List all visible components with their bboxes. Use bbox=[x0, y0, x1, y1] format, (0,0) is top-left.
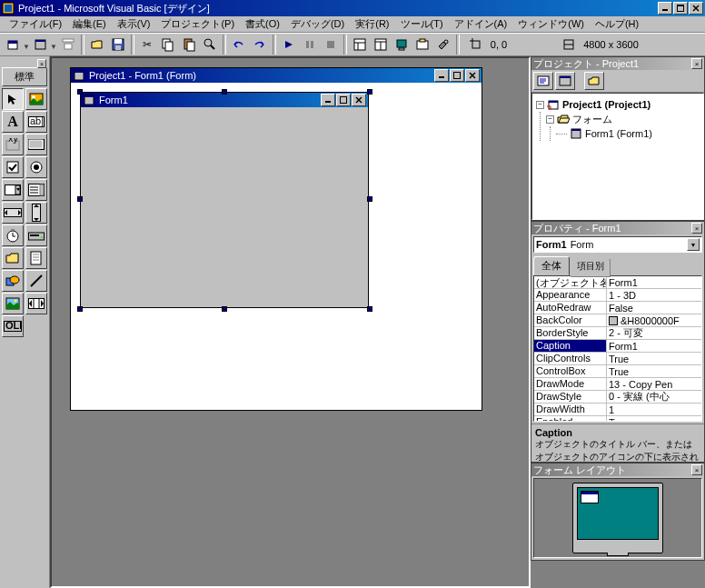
property-value[interactable]: 1 - 3D bbox=[607, 289, 701, 301]
pointer-tool[interactable] bbox=[2, 88, 24, 110]
checkbox-tool[interactable] bbox=[2, 156, 24, 178]
menu-project[interactable]: プロジェクト(P) bbox=[155, 15, 240, 33]
textbox-tool[interactable]: ab| bbox=[25, 111, 47, 133]
maximize-button[interactable] bbox=[673, 2, 688, 15]
frame-tool[interactable]: xy bbox=[2, 134, 24, 155]
open-button[interactable] bbox=[87, 35, 107, 55]
shape-tool[interactable] bbox=[2, 270, 24, 292]
dropdown-icon[interactable]: ▼ bbox=[23, 43, 30, 51]
drivelistbox-tool[interactable] bbox=[25, 224, 47, 246]
form-designer[interactable]: Form1 bbox=[80, 92, 369, 308]
resize-handle-ne[interactable] bbox=[367, 89, 372, 95]
designer-minimize-button[interactable] bbox=[434, 69, 449, 82]
redo-button[interactable] bbox=[250, 35, 270, 55]
toolbox-button[interactable] bbox=[433, 35, 453, 55]
property-row[interactable]: BorderStyle2 - 可変 bbox=[534, 327, 701, 340]
close-button[interactable] bbox=[689, 2, 703, 15]
commandbutton-tool[interactable] bbox=[25, 134, 47, 155]
start-button[interactable] bbox=[279, 35, 299, 55]
form-layout-close-button[interactable]: × bbox=[691, 464, 702, 475]
property-row[interactable]: CaptionForm1 bbox=[534, 340, 701, 353]
menu-run[interactable]: 実行(R) bbox=[350, 15, 394, 33]
property-value[interactable]: 13 - Copy Pen bbox=[607, 378, 701, 390]
data-tool[interactable] bbox=[25, 293, 47, 314]
designer-close-button[interactable] bbox=[465, 69, 480, 82]
property-row[interactable]: Appearance1 - 3D bbox=[534, 289, 701, 302]
menu-tools[interactable]: ツール(T) bbox=[395, 15, 449, 33]
property-row[interactable]: DrawMode13 - Copy Pen bbox=[534, 378, 701, 391]
break-button[interactable] bbox=[300, 35, 320, 55]
form-layout-body[interactable] bbox=[533, 478, 702, 558]
form-layout-button[interactable] bbox=[392, 35, 412, 55]
project-panel-close-button[interactable]: × bbox=[691, 58, 702, 69]
end-button[interactable] bbox=[321, 35, 341, 55]
resize-handle-w[interactable] bbox=[77, 196, 83, 202]
vscrollbar-tool[interactable] bbox=[25, 202, 47, 224]
form-preview[interactable] bbox=[581, 491, 599, 503]
property-row[interactable]: ClipControlsTrue bbox=[534, 353, 701, 365]
properties-window-button[interactable] bbox=[371, 35, 391, 55]
menu-debug[interactable]: デバッグ(D) bbox=[285, 15, 350, 33]
menu-help[interactable]: ヘルプ(H) bbox=[590, 15, 644, 33]
add-form-button[interactable] bbox=[31, 35, 51, 55]
designer-titlebar[interactable]: Project1 - Form1 (Form) bbox=[71, 68, 482, 83]
undo-button[interactable] bbox=[229, 35, 249, 55]
view-code-button[interactable] bbox=[533, 72, 553, 90]
project-explorer-button[interactable] bbox=[350, 35, 370, 55]
property-row[interactable]: DrawStyle0 - 実線 (中心 bbox=[534, 391, 701, 404]
property-row[interactable]: DrawWidth1 bbox=[534, 404, 701, 416]
menu-file[interactable]: ファイル(F) bbox=[4, 15, 67, 33]
label-tool[interactable]: A bbox=[2, 111, 24, 133]
cut-button[interactable]: ✂ bbox=[137, 35, 157, 55]
paste-button[interactable] bbox=[179, 35, 199, 55]
property-value[interactable]: False bbox=[607, 302, 701, 314]
toggle-folders-button[interactable] bbox=[584, 72, 604, 90]
resize-handle-nw[interactable] bbox=[77, 89, 83, 95]
property-row[interactable]: (オブジェクト名)Form1 bbox=[534, 276, 701, 289]
properties-object-combo[interactable]: Form1 Form ▼ bbox=[533, 236, 702, 253]
picturebox-tool[interactable] bbox=[25, 88, 47, 110]
filelistbox-tool[interactable] bbox=[25, 247, 47, 269]
property-value[interactable]: True bbox=[607, 365, 701, 377]
tree-form-item[interactable]: Form1 (Form1) bbox=[556, 126, 700, 141]
menu-edit[interactable]: 編集(E) bbox=[67, 15, 112, 33]
view-object-button[interactable] bbox=[555, 72, 575, 90]
resize-handle-n[interactable] bbox=[222, 89, 227, 95]
save-button[interactable] bbox=[108, 35, 128, 55]
tree-collapse-icon[interactable]: − bbox=[546, 115, 554, 124]
optionbutton-tool[interactable] bbox=[25, 156, 47, 178]
menu-view[interactable]: 表示(V) bbox=[112, 15, 156, 33]
property-value[interactable]: Form1 bbox=[607, 276, 701, 288]
menu-addins[interactable]: アドイン(A) bbox=[449, 15, 513, 33]
properties-grid[interactable]: (オブジェクト名)Form1Appearance1 - 3DAutoRedraw… bbox=[533, 275, 702, 422]
properties-title[interactable]: プロパティ - Form1 × bbox=[531, 222, 704, 234]
menu-editor-button[interactable] bbox=[58, 35, 78, 55]
resize-handle-s[interactable] bbox=[222, 306, 227, 312]
combobox-tool[interactable] bbox=[2, 179, 24, 201]
property-row[interactable]: BackColor&H8000000F bbox=[534, 314, 701, 327]
object-browser-button[interactable] bbox=[412, 35, 432, 55]
project-tree[interactable]: − Project1 (Project1) − フォーム Form1 bbox=[531, 93, 704, 220]
form-client-area[interactable] bbox=[81, 107, 368, 307]
property-value[interactable]: Form1 bbox=[607, 340, 701, 352]
tab-categorized[interactable]: 項目別 bbox=[571, 258, 611, 277]
resize-handle-e[interactable] bbox=[367, 196, 372, 202]
project-explorer-title[interactable]: プロジェクト - Project1 × bbox=[531, 57, 704, 70]
tree-collapse-icon[interactable]: − bbox=[536, 101, 544, 109]
designer-maximize-button[interactable] bbox=[450, 69, 464, 82]
form-layout-title[interactable]: フォーム レイアウト × bbox=[531, 463, 704, 476]
menu-format[interactable]: 書式(O) bbox=[240, 15, 285, 33]
property-value[interactable]: True bbox=[607, 416, 701, 422]
property-row[interactable]: EnabledTrue bbox=[534, 416, 701, 422]
find-button[interactable] bbox=[200, 35, 220, 55]
minimize-button[interactable] bbox=[658, 2, 672, 15]
designer-canvas[interactable]: Form1 bbox=[71, 83, 482, 410]
line-tool[interactable] bbox=[25, 270, 47, 292]
dropdown-icon[interactable]: ▼ bbox=[50, 43, 57, 51]
image-tool[interactable] bbox=[2, 293, 24, 314]
hscrollbar-tool[interactable] bbox=[2, 202, 24, 224]
tree-forms-folder[interactable]: − フォーム bbox=[546, 112, 700, 126]
property-value[interactable]: &H8000000F bbox=[607, 314, 701, 326]
property-row[interactable]: ControlBoxTrue bbox=[534, 365, 701, 378]
add-project-button[interactable] bbox=[4, 35, 24, 55]
